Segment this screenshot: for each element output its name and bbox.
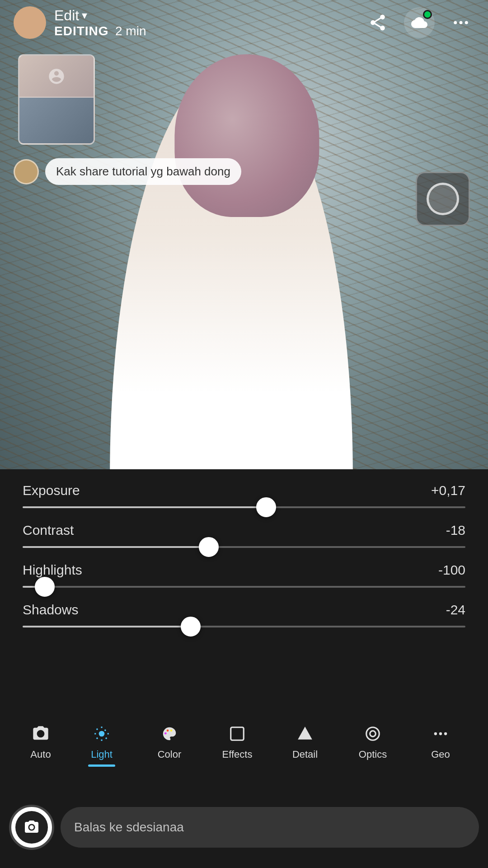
svg-point-11 [434, 732, 437, 735]
color-icon [161, 722, 178, 745]
effects-icon [229, 722, 246, 745]
svg-rect-7 [231, 727, 244, 741]
slider-label-highlights: Highlights [23, 562, 82, 578]
geo-icon [432, 722, 449, 745]
tool-item-geo[interactable]: Geo [407, 722, 474, 760]
slider-value-exposure: +0,17 [431, 483, 465, 498]
tool-label-auto: Auto [30, 749, 51, 760]
slider-row-shadows: Shadows-24 [23, 602, 465, 627]
svg-point-2 [465, 21, 468, 24]
slider-thumb-highlights[interactable] [35, 577, 55, 597]
tool-label-light: Light [91, 749, 113, 760]
edit-label[interactable]: Edit [54, 7, 79, 24]
top-bar: Edit ▾ EDITING 2 min [0, 0, 488, 45]
cloud-sync-button[interactable] [404, 7, 435, 38]
tool-item-light[interactable]: Light [68, 722, 136, 760]
camera-circle-icon [427, 183, 459, 215]
tool-label-detail: Detail [292, 749, 318, 760]
camera-capture-button[interactable] [9, 805, 54, 850]
slider-row-highlights: Highlights-100 [23, 562, 465, 588]
bottom-bar: Balas ke sdesianaa [0, 787, 488, 868]
comment-text[interactable]: Kak share tutorial yg bawah dong [45, 158, 241, 185]
slider-thumb-exposure[interactable] [256, 497, 276, 517]
light-icon [93, 722, 110, 745]
svg-marker-8 [298, 726, 312, 740]
slider-label-shadows: Shadows [23, 602, 78, 618]
tool-item-effects[interactable]: Effects [203, 722, 271, 760]
tool-active-indicator [88, 764, 115, 767]
detail-icon [296, 722, 314, 745]
reply-input[interactable]: Balas ke sdesianaa [61, 807, 479, 848]
tools-bar: Auto LightColorEffectsDetailOpticsGeo [0, 714, 488, 787]
top-right-icons [364, 7, 474, 38]
slider-label-contrast: Contrast [23, 523, 74, 538]
tool-label-color: Color [158, 749, 182, 760]
camera-icon [32, 722, 50, 745]
tool-label-geo: Geo [431, 749, 450, 760]
drag-handle[interactable] [212, 462, 276, 466]
slider-track-highlights[interactable] [23, 586, 465, 588]
tool-item-optics[interactable]: Optics [339, 722, 407, 760]
svg-point-9 [366, 727, 380, 741]
thumbnail-top [19, 56, 94, 98]
slider-thumb-contrast[interactable] [199, 537, 219, 557]
camera-inner-icon [15, 811, 48, 844]
svg-point-4 [164, 732, 167, 735]
chevron-down-icon[interactable]: ▾ [82, 9, 87, 22]
tool-item-detail[interactable]: Detail [271, 722, 339, 760]
slider-value-highlights: -100 [438, 562, 465, 578]
video-control-button[interactable] [416, 172, 470, 226]
svg-point-1 [460, 21, 463, 24]
cloud-status-dot [423, 10, 432, 19]
slider-value-shadows: -24 [446, 602, 465, 618]
avatar [14, 6, 46, 39]
slider-thumb-shadows[interactable] [181, 617, 201, 637]
slider-row-contrast: Contrast-18 [23, 523, 465, 548]
tool-label-effects: Effects [222, 749, 253, 760]
svg-point-3 [99, 731, 105, 737]
edit-section: Edit ▾ EDITING 2 min [54, 7, 146, 38]
svg-point-6 [170, 730, 173, 732]
svg-point-0 [454, 21, 457, 24]
photo-area: Edit ▾ EDITING 2 min [0, 0, 488, 475]
slider-value-contrast: -18 [446, 523, 465, 538]
svg-point-13 [444, 732, 447, 735]
reply-placeholder: Balas ke sdesianaa [74, 820, 184, 835]
more-options-button[interactable] [447, 9, 474, 36]
thumbnail-bottom [19, 98, 94, 143]
svg-point-12 [439, 732, 442, 735]
svg-point-10 [370, 731, 376, 737]
editing-status: EDITING [54, 24, 109, 38]
slider-track-contrast[interactable] [23, 546, 465, 548]
share-button[interactable] [364, 9, 391, 36]
editing-time: 2 min [115, 24, 146, 38]
slider-track-exposure[interactable] [23, 506, 465, 508]
tool-label-optics: Optics [359, 749, 387, 760]
tool-item-camera[interactable]: Auto [14, 722, 68, 760]
slider-track-shadows[interactable] [23, 626, 465, 627]
optics-icon [364, 722, 381, 745]
svg-point-5 [167, 730, 169, 732]
slider-label-exposure: Exposure [23, 483, 80, 498]
slider-row-exposure: Exposure+0,17 [23, 483, 465, 508]
comment-bubble: Kak share tutorial yg bawah dong [14, 158, 241, 185]
commenter-avatar [14, 159, 39, 184]
tool-item-color[interactable]: Color [136, 722, 203, 760]
thumbnail-overlay[interactable] [18, 54, 95, 145]
